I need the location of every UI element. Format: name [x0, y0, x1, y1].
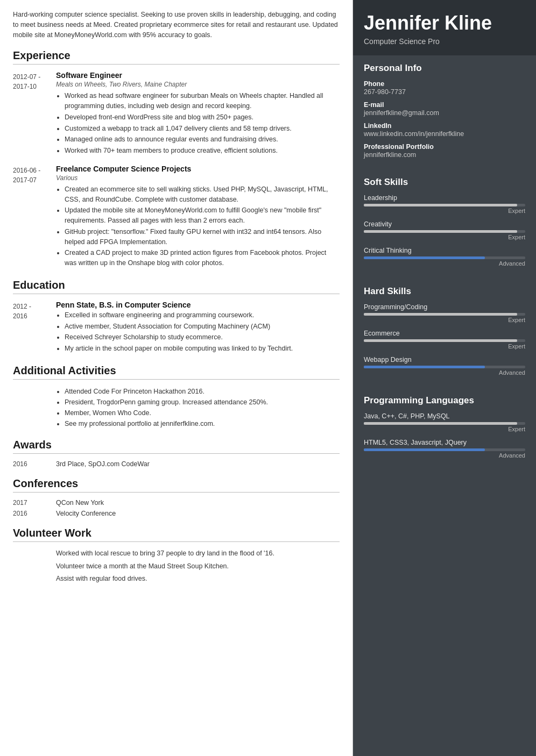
volunteer-title: Volunteer Work — [13, 527, 340, 542]
skill-name: Programming/Coding — [364, 303, 525, 311]
education-content: Penn State, B.S. in Computer Science Exc… — [56, 301, 340, 355]
education-title: Education — [13, 279, 340, 294]
experience-date: 2012-07 -2017-10 — [13, 71, 56, 157]
experience-bullets: Worked as head software engineer for sub… — [56, 91, 340, 156]
experience-date: 2016-06 -2017-07 — [13, 165, 56, 269]
skill-bar-bg — [364, 230, 525, 233]
experience-title-text: Software Engineer — [56, 71, 340, 80]
activity-item: Attended Code For Princeton Hackathon 20… — [65, 386, 340, 397]
experience-bullets: Created an ecommerce site to sell walkin… — [56, 184, 340, 268]
skill-level: Expert — [364, 317, 525, 323]
portfolio-value: jenniferfkline.com — [364, 151, 525, 159]
candidate-title: Computer Science Pro — [364, 37, 525, 46]
conference-year: 2016 — [13, 510, 56, 517]
skill-item: HTML5, CSS3, Javascript, JQuery Advanced — [364, 439, 525, 459]
skill-bar-bg — [364, 366, 525, 368]
conference-entry: 2017 QCon New York — [13, 499, 340, 507]
skill-level: Expert — [364, 343, 525, 350]
skill-level: Expert — [364, 426, 525, 432]
skill-item: Webapp Design Advanced — [364, 356, 525, 376]
skill-level: Expert — [364, 208, 525, 214]
soft-skills-title: Soft Skills — [364, 177, 525, 188]
activities-section: Additional Activities Attended Code For … — [13, 365, 340, 429]
bullet-item: Received Schreyer Scholarship to study e… — [65, 332, 340, 343]
volunteer-item: Volunteer twice a month at the Maud Stre… — [56, 561, 340, 572]
hard-skills-title: Hard Skills — [364, 286, 525, 297]
bullet-item: Created an ecommerce site to sell walkin… — [65, 184, 340, 205]
experience-subtitle: Meals on Wheels, Two Rivers, Maine Chapt… — [56, 81, 340, 88]
conference-year: 2017 — [13, 499, 56, 507]
skill-name: Leadership — [364, 194, 525, 202]
prog-lang-title: Programming Languages — [364, 395, 525, 406]
portfolio-info: Professional Portfolio jenniferfkline.co… — [364, 143, 525, 159]
skill-bar-fill — [364, 339, 517, 342]
volunteer-section: Volunteer Work Worked with local rescue … — [13, 527, 340, 584]
activity-item: Member, Women Who Code. — [65, 408, 340, 418]
portfolio-label: Professional Portfolio — [364, 143, 525, 151]
skill-bar-fill — [364, 204, 517, 206]
linkedin-label: LinkedIn — [364, 122, 525, 130]
skill-name: HTML5, CSS3, Javascript, JQuery — [364, 439, 525, 446]
education-date: 2012 -2016 — [13, 301, 56, 355]
skill-name: Java, C++, C#, PHP, MySQL — [364, 412, 525, 420]
skill-level: Advanced — [364, 452, 525, 459]
volunteer-item: Worked with local rescue to bring 37 peo… — [56, 548, 340, 559]
experience-title: Experience — [13, 49, 340, 65]
prog-lang-section: Programming Languages Java, C++, C#, PHP… — [353, 388, 536, 470]
award-entry: 2016 3rd Place, SpOJ.com CodeWar — [13, 460, 340, 468]
award-year: 2016 — [13, 460, 56, 468]
skill-bar-bg — [364, 313, 525, 316]
activities-list: Attended Code For Princeton Hackathon 20… — [56, 386, 340, 429]
skill-bar-bg — [364, 448, 525, 451]
bullet-item: GitHub project: "tensorflow." Fixed faul… — [65, 227, 340, 247]
skill-name: Critical Thinking — [364, 247, 525, 254]
phone-value: 267-980-7737 — [364, 88, 525, 96]
skill-bar-fill — [364, 422, 517, 425]
experience-subtitle: Various — [56, 174, 340, 182]
awards-title: Awards — [13, 439, 340, 454]
conference-entry: 2016 Velocity Conference — [13, 510, 340, 517]
bullet-item: Developed front-end WordPress site and b… — [65, 112, 340, 123]
bullet-item: Worked as head software engineer for sub… — [65, 91, 340, 111]
skill-level: Advanced — [364, 260, 525, 267]
skill-name: Creativity — [364, 220, 525, 228]
volunteer-item: Assist with regular food drives. — [56, 574, 340, 584]
experience-section: Experience 2012-07 -2017-10 Software Eng… — [13, 49, 340, 269]
bullet-item: My article in the school paper on mobile… — [65, 344, 340, 354]
activity-item: See my professional portfolio at jennife… — [65, 418, 340, 429]
skill-level: Advanced — [364, 369, 525, 376]
experience-title-text: Freelance Computer Science Projects — [56, 165, 340, 173]
skill-name: Webapp Design — [364, 356, 525, 363]
conferences-title: Conferences — [13, 477, 340, 493]
phone-label: Phone — [364, 80, 525, 88]
phone-info: Phone 267-980-7737 — [364, 80, 525, 96]
skill-bar-fill — [364, 366, 485, 368]
skill-item: Programming/Coding Expert — [364, 303, 525, 323]
experience-entry: 2016-06 -2017-07 Freelance Computer Scie… — [13, 165, 340, 269]
skill-bar-bg — [364, 339, 525, 342]
education-section: Education 2012 -2016 Penn State, B.S. in… — [13, 279, 340, 355]
bullet-item: Created a CAD project to make 3D printed… — [65, 248, 340, 268]
skill-name: Ecommerce — [364, 330, 525, 337]
education-entry: 2012 -2016 Penn State, B.S. in Computer … — [13, 301, 340, 355]
awards-section: Awards 2016 3rd Place, SpOJ.com CodeWar — [13, 439, 340, 468]
bullet-item: Updated the mobile site at MoneyMoneyWor… — [65, 205, 340, 226]
skill-item: Java, C++, C#, PHP, MySQL Expert — [364, 412, 525, 432]
linkedin-info: LinkedIn www.linkedin.com/in/jenniferfkl… — [364, 122, 525, 138]
education-bullets: Excelled in software engineering and pro… — [56, 310, 340, 354]
activities-title: Additional Activities — [13, 365, 340, 380]
email-label: E-mail — [364, 101, 525, 109]
right-header: Jennifer Kline Computer Science Pro — [353, 0, 536, 55]
personal-info-section: Personal Info Phone 267-980-7737 E-mail … — [353, 55, 536, 169]
right-panel: Jennifer Kline Computer Science Pro Pers… — [353, 0, 536, 756]
skill-bar-fill — [364, 230, 517, 233]
skill-item: Creativity Expert — [364, 220, 525, 240]
award-text: 3rd Place, SpOJ.com CodeWar — [56, 460, 150, 468]
soft-skills-section: Soft Skills Leadership Expert Creativity… — [353, 169, 536, 279]
skill-item: Leadership Expert — [364, 194, 525, 214]
bullet-item: Active member, Student Association for C… — [65, 322, 340, 332]
bullet-item: Managed online ads to announce regular e… — [65, 134, 340, 145]
activity-item: President, TrogdorPenn gaming group. Inc… — [65, 397, 340, 408]
bullet-item: Excelled in software engineering and pro… — [65, 310, 340, 320]
conference-text: Velocity Conference — [56, 510, 116, 517]
